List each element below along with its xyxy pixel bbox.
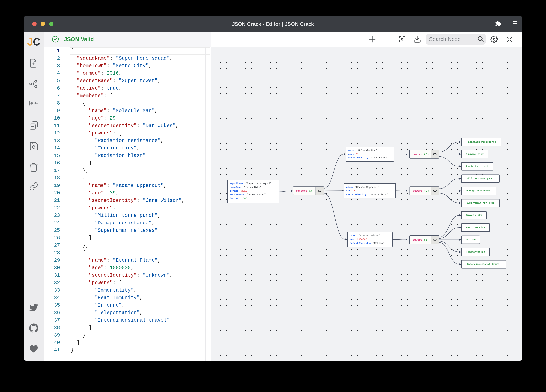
svg-text:members(3): members(3)	[296, 189, 314, 192]
svg-text:powers(3): powers(3)	[413, 189, 429, 192]
svg-text:Million tonne punch: Million tonne punch	[467, 177, 494, 180]
svg-text:Immortality: Immortality	[466, 214, 482, 217]
svg-text:name:"Molecule Man": name:"Molecule Man"	[348, 149, 377, 152]
svg-text:age:39: age:39	[346, 190, 356, 192]
svg-text:Superhuman reflexes: Superhuman reflexes	[467, 202, 494, 204]
svg-text:Inferno: Inferno	[466, 238, 476, 241]
svg-text:homeTown:"Metro City": homeTown:"Metro City"	[230, 186, 261, 189]
svg-text:secretIdentity:"Unknown": secretIdentity:"Unknown"	[350, 242, 386, 244]
svg-text:powers(3): powers(3)	[413, 152, 429, 156]
svg-text:Teleportation: Teleportation	[466, 251, 485, 253]
svg-text:Damage resistance: Damage resistance	[466, 189, 491, 192]
svg-text:secretIdentity:"Jane Wilson": secretIdentity:"Jane Wilson"	[346, 193, 388, 196]
svg-text:secretIdentity:"Dan Jukes": secretIdentity:"Dan Jukes"	[348, 157, 387, 159]
svg-text:formed:2016: formed:2016	[230, 190, 247, 192]
svg-text:powers(5): powers(5)	[413, 238, 429, 241]
svg-text:Radiation blast: Radiation blast	[466, 165, 488, 168]
svg-text:age:1000000: age:1000000	[350, 238, 367, 241]
svg-text:squadName:"Super hero squad": squadName:"Super hero squad"	[230, 182, 272, 185]
svg-text:name:"Madame Uppercut": name:"Madame Uppercut"	[346, 186, 379, 189]
svg-text:Heat Immunity: Heat Immunity	[466, 226, 485, 229]
svg-text:active:true: active:true	[230, 197, 247, 200]
svg-text:secretBase:"Super tower": secretBase:"Super tower"	[230, 193, 266, 196]
svg-text:Radiation resistance: Radiation resistance	[467, 140, 496, 143]
svg-text:Interdimensional travel: Interdimensional travel	[467, 263, 500, 266]
svg-text:Turning tiny: Turning tiny	[466, 153, 484, 156]
svg-text:name:"Eternal Flame": name:"Eternal Flame"	[350, 234, 380, 237]
svg-text:age:29: age:29	[348, 153, 358, 155]
